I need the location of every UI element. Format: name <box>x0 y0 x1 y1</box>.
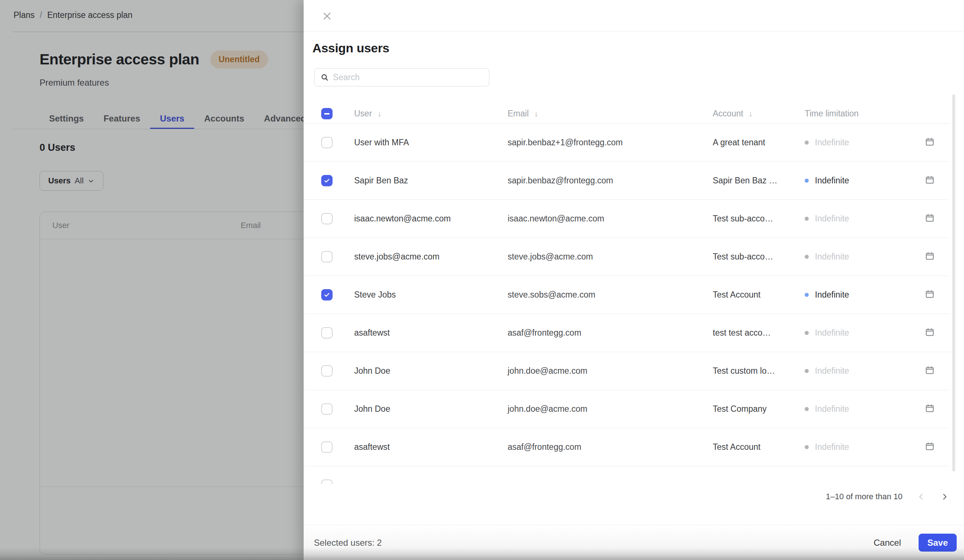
table-row[interactable]: Steve Jobs steve.sobs@acme.com Test Acco… <box>304 276 950 314</box>
column-header-account[interactable]: Account↓ <box>713 109 805 118</box>
calendar-icon[interactable] <box>925 137 935 147</box>
calendar-icon[interactable] <box>925 442 935 451</box>
time-limitation-value: Indefinite <box>815 252 849 262</box>
cell-email: steve.sobs@acme.com <box>508 290 713 300</box>
calendar-icon[interactable] <box>925 213 935 223</box>
close-icon <box>322 11 332 21</box>
table-row[interactable]: asaftewst asaf@frontegg.com Test Account… <box>304 428 950 466</box>
table-row[interactable]: isaac.newton@acme.com isaac.newton@acme.… <box>304 200 950 238</box>
sort-arrow-icon: ↓ <box>378 109 382 118</box>
select-all-checkbox[interactable] <box>321 108 332 119</box>
sort-arrow-icon: ↓ <box>749 109 753 118</box>
search-box <box>314 68 489 86</box>
status-dot <box>805 293 809 297</box>
scrollbar[interactable] <box>952 94 955 471</box>
cell-account: Test Account <box>713 442 805 452</box>
cell-email: asaf@frontegg.com <box>508 328 713 338</box>
previous-page-button[interactable] <box>917 492 926 502</box>
time-limitation-value: Indefinite <box>815 138 849 148</box>
status-dot <box>805 369 809 373</box>
cell-user: steve.jobs@acme.com <box>354 252 508 262</box>
row-checkbox[interactable] <box>321 327 332 339</box>
time-limitation-value: Indefinite <box>815 214 849 224</box>
row-checkbox[interactable] <box>321 175 332 186</box>
cell-account: A great tenant <box>713 138 805 148</box>
time-limitation-value: Indefinite <box>815 176 849 185</box>
time-limitation-value: Indefinite <box>815 366 849 376</box>
row-checkbox[interactable] <box>321 479 332 484</box>
status-dot <box>805 179 809 183</box>
status-dot <box>805 217 809 221</box>
row-checkbox[interactable] <box>321 403 332 415</box>
close-button[interactable] <box>322 11 332 21</box>
cell-time-limitation[interactable]: Indefinite <box>805 366 907 376</box>
table-row[interactable]: asaftewst asaf@frontegg.com test test ac… <box>304 314 950 352</box>
cell-user: Steve Jobs <box>354 290 508 300</box>
time-limitation-value: Indefinite <box>815 290 849 300</box>
column-header-user[interactable]: User↓ <box>354 109 508 118</box>
save-button[interactable]: Save <box>918 534 957 552</box>
modal-title: Assign users <box>313 41 389 55</box>
cell-time-limitation[interactable]: Indefinite <box>805 138 907 148</box>
search-icon <box>321 73 329 82</box>
cell-user: asaftewst <box>354 328 508 338</box>
row-checkbox[interactable] <box>321 213 332 224</box>
cell-user: John Doe <box>354 404 508 414</box>
cell-account: Test Company <box>713 404 805 414</box>
row-checkbox[interactable] <box>321 289 332 300</box>
table-row[interactable]: Sapir Ben Baz sapir.benbaz@frontegg.com … <box>304 162 950 200</box>
selected-users-label: Selected users: 2 <box>314 538 382 548</box>
modal-header <box>304 0 964 31</box>
calendar-icon[interactable] <box>925 175 935 185</box>
modal-table-header: User↓ Email↓ Account↓ Time limitation <box>304 104 950 124</box>
cancel-button[interactable]: Cancel <box>868 534 906 552</box>
table-row[interactable]: steve.jobs@acme.com steve.jobs@acme.com … <box>304 238 950 276</box>
user-list: User with MFA sapir.benbaz+1@frontegg.co… <box>304 124 950 484</box>
pagination-label: 1–10 of more than 10 <box>826 492 902 502</box>
cell-time-limitation[interactable]: Indefinite <box>805 290 907 300</box>
cell-account: Sapir Ben Baz … <box>713 176 805 185</box>
table-row[interactable]: John Doe john.doe@acme.com Test Company … <box>304 390 950 428</box>
cell-email: sapir.benbaz@frontegg.com <box>508 176 713 185</box>
table-row[interactable]: John Doe john.doe@acme.com Test custom l… <box>304 352 950 390</box>
cell-account: Test custom lo… <box>713 366 805 376</box>
cell-time-limitation[interactable]: Indefinite <box>805 252 907 262</box>
status-dot <box>805 255 809 259</box>
cell-time-limitation[interactable]: Indefinite <box>805 214 907 224</box>
cell-time-limitation[interactable]: Indefinite <box>805 176 907 185</box>
calendar-icon[interactable] <box>925 327 935 337</box>
cell-user: User with MFA <box>354 138 508 148</box>
pagination: 1–10 of more than 10 <box>304 487 964 506</box>
cell-email: john.doe@acme.com <box>508 366 713 376</box>
cell-email: asaf@frontegg.com <box>508 442 713 452</box>
calendar-icon[interactable] <box>925 251 935 261</box>
cell-email: john.doe@acme.com <box>508 404 713 414</box>
calendar-icon[interactable] <box>925 365 935 375</box>
status-dot <box>805 331 809 335</box>
cell-account: Test sub-acco… <box>713 214 805 224</box>
row-checkbox[interactable] <box>321 365 332 377</box>
cell-email: steve.jobs@acme.com <box>508 252 713 262</box>
screen: Plans / Enterprise access plan Enterpris… <box>0 0 964 560</box>
column-header-time-limitation: Time limitation <box>805 109 907 118</box>
cell-time-limitation[interactable]: Indefinite <box>805 404 907 414</box>
search-input[interactable] <box>333 73 483 82</box>
column-header-email[interactable]: Email↓ <box>508 109 713 118</box>
check-icon <box>323 177 331 184</box>
chevron-right-icon <box>940 492 949 501</box>
row-checkbox[interactable] <box>321 251 332 263</box>
assign-users-modal: Assign users User↓ Email↓ Account↓ Time … <box>304 0 964 560</box>
chevron-left-icon <box>917 492 925 501</box>
cell-time-limitation[interactable]: Indefinite <box>805 442 907 452</box>
cell-email: sapir.benbaz+1@frontegg.com <box>508 138 713 148</box>
time-limitation-value: Indefinite <box>815 442 849 452</box>
table-row[interactable] <box>304 466 950 484</box>
calendar-icon[interactable] <box>925 403 935 413</box>
calendar-icon[interactable] <box>925 289 935 299</box>
cell-time-limitation[interactable]: Indefinite <box>805 328 907 338</box>
next-page-button[interactable] <box>940 492 949 502</box>
row-checkbox[interactable] <box>321 137 332 148</box>
table-row[interactable]: User with MFA sapir.benbaz+1@frontegg.co… <box>304 124 950 162</box>
cell-user: asaftewst <box>354 442 508 452</box>
row-checkbox[interactable] <box>321 442 332 453</box>
